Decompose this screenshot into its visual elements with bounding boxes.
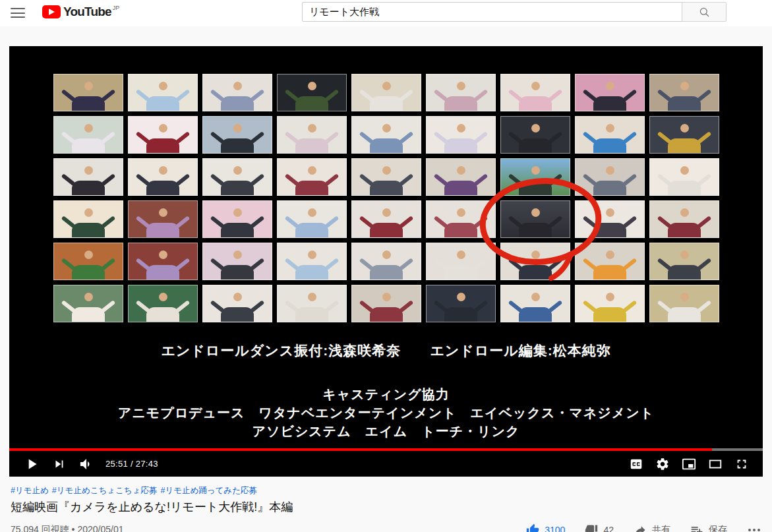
view-count: 75,094 回視聴 bbox=[11, 524, 69, 532]
participant-tile bbox=[500, 200, 570, 238]
participant-tile bbox=[500, 243, 570, 280]
share-label: 共有 bbox=[652, 524, 670, 532]
participant-tile bbox=[500, 116, 570, 154]
fullscreen-button[interactable] bbox=[728, 457, 755, 471]
participant-tile bbox=[575, 158, 645, 196]
hashtag-link[interactable]: #リモ止めこちょこちょ応募 bbox=[52, 485, 158, 496]
participant-tile bbox=[575, 116, 645, 154]
participant-tile bbox=[426, 200, 496, 238]
participant-tile bbox=[128, 200, 198, 238]
youtube-logo-text: YouTube bbox=[63, 5, 111, 18]
participant-tile bbox=[128, 285, 198, 322]
participant-tile bbox=[500, 74, 570, 111]
participant-tile bbox=[128, 74, 198, 111]
participant-tile bbox=[351, 243, 421, 280]
search-area bbox=[302, 2, 727, 22]
credit-casting-title: キャスティング協力 bbox=[9, 386, 763, 402]
participant-tile bbox=[202, 158, 272, 196]
top-header: YouTube JP bbox=[0, 0, 772, 26]
search-button[interactable] bbox=[682, 2, 727, 22]
search-input[interactable] bbox=[302, 2, 682, 22]
participant-tile bbox=[128, 158, 198, 196]
participant-tile bbox=[649, 243, 719, 280]
volume-icon bbox=[78, 456, 94, 472]
menu-icon[interactable] bbox=[11, 8, 25, 18]
dislike-count: 42 bbox=[603, 525, 614, 532]
participant-tile bbox=[53, 158, 123, 196]
search-icon bbox=[698, 6, 711, 18]
participant-tile bbox=[53, 285, 123, 322]
participant-tile bbox=[277, 116, 347, 154]
save-button[interactable]: 保存 bbox=[690, 523, 727, 532]
action-bar: 3100 42 共有 保存 bbox=[526, 523, 761, 532]
participant-tile bbox=[500, 285, 570, 322]
play-button[interactable] bbox=[17, 456, 46, 473]
participant-tile bbox=[649, 158, 719, 196]
meta-row: 75,094 回視聴 • 2020/05/01 3100 42 bbox=[11, 523, 761, 532]
participant-tile bbox=[53, 116, 123, 154]
participant-tile bbox=[277, 74, 347, 111]
playlist-add-icon bbox=[690, 523, 703, 532]
miniplayer-button[interactable] bbox=[676, 457, 702, 471]
hashtag-link[interactable]: #リモ止め踊ってみた応募 bbox=[160, 485, 257, 496]
participant-tile bbox=[53, 200, 123, 238]
fullscreen-icon bbox=[734, 457, 749, 471]
volume-button[interactable] bbox=[73, 456, 100, 472]
participant-tile bbox=[426, 116, 496, 154]
participant-tile bbox=[351, 116, 421, 154]
participant-tile bbox=[277, 158, 347, 196]
next-button[interactable] bbox=[46, 457, 73, 471]
participant-tile bbox=[277, 285, 347, 322]
participant-tile bbox=[649, 200, 719, 238]
participant-tile bbox=[575, 243, 645, 280]
participant-tile bbox=[649, 116, 719, 154]
right-controls bbox=[623, 457, 755, 471]
participant-tile bbox=[202, 243, 272, 280]
share-button[interactable]: 共有 bbox=[634, 523, 670, 532]
participant-tile bbox=[575, 74, 645, 111]
play-icon bbox=[23, 456, 40, 473]
participant-tile bbox=[649, 285, 719, 322]
participant-tile bbox=[351, 158, 421, 196]
logo-country-code: JP bbox=[113, 5, 120, 11]
participant-tile bbox=[575, 285, 645, 322]
hashtags: #リモ止め#リモ止めこちょこちょ応募#リモ止め踊ってみた応募 bbox=[11, 485, 761, 496]
thumbs-up-icon bbox=[526, 523, 539, 532]
participant-tile bbox=[426, 243, 496, 280]
credit-casting-companies-2: アソビシステム エイム トーチ・リンク bbox=[9, 423, 763, 439]
hashtag-link[interactable]: #リモ止め bbox=[11, 485, 49, 496]
participant-tile bbox=[128, 243, 198, 280]
player-controls: 25:51 / 27:43 bbox=[9, 446, 763, 477]
participant-tile bbox=[351, 74, 421, 111]
like-count: 3100 bbox=[545, 525, 565, 532]
settings-button[interactable] bbox=[649, 457, 676, 471]
subtitles-icon bbox=[629, 457, 643, 471]
youtube-logo[interactable]: YouTube JP bbox=[42, 5, 119, 18]
more-dots-icon bbox=[747, 526, 761, 532]
meta-separator: • bbox=[72, 524, 75, 532]
credit-casting-companies-1: アニモプロデュース ワタナベエンターテインメント エイベックス・マネジメント bbox=[9, 405, 763, 421]
miniplayer-icon bbox=[682, 457, 696, 471]
upload-date: 2020/05/01 bbox=[77, 524, 123, 532]
participant-tile bbox=[53, 243, 123, 280]
participant-tile bbox=[202, 200, 272, 238]
next-icon bbox=[52, 457, 67, 471]
video-player[interactable]: エンドロールダンス振付:浅森咲希奈 エンドロール編集:松本純弥 キャスティング協… bbox=[9, 46, 763, 477]
share-arrow-icon bbox=[634, 523, 647, 532]
theater-mode-icon bbox=[708, 457, 723, 471]
participant-tile bbox=[575, 200, 645, 238]
youtube-play-badge-icon bbox=[42, 5, 61, 18]
theater-mode-button[interactable] bbox=[702, 457, 728, 471]
end-credits: エンドロールダンス振付:浅森咲希奈 エンドロール編集:松本純弥 キャスティング協… bbox=[9, 343, 763, 442]
save-label: 保存 bbox=[709, 524, 727, 532]
participant-tile bbox=[277, 200, 347, 238]
participant-tile bbox=[426, 285, 496, 322]
participant-tile bbox=[202, 74, 272, 111]
dislike-button[interactable]: 42 bbox=[585, 523, 614, 532]
video-grid bbox=[53, 74, 724, 322]
more-actions-button[interactable] bbox=[747, 526, 761, 532]
subtitles-button[interactable] bbox=[623, 457, 649, 471]
like-button[interactable]: 3100 bbox=[526, 523, 565, 532]
video-title: 短編映画『カメラを止めるな!リモート大作戦!』本編 bbox=[11, 499, 761, 515]
participant-tile bbox=[351, 200, 421, 238]
